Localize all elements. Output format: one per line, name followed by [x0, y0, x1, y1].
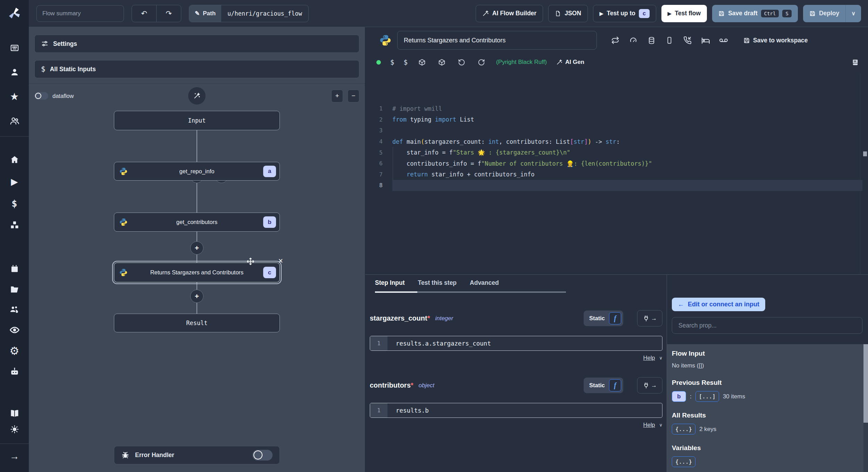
expand-sidebar-arrow-icon[interactable]: → — [10, 452, 19, 461]
editor-scrollbar-thumb[interactable] — [863, 151, 867, 156]
connect-scrollbar-thumb[interactable] — [863, 344, 868, 423]
settings-gear-icon[interactable]: ⚙ — [10, 346, 19, 356]
groups-icon[interactable] — [10, 116, 19, 126]
code-line: 4def main(stargazers_count: int, contrib… — [365, 136, 868, 147]
step-badge-c: c — [639, 9, 650, 18]
deploy-button[interactable]: Deploy — [803, 5, 845, 22]
timeout-icon[interactable] — [664, 35, 675, 45]
tab-step-input[interactable]: Step Input — [375, 279, 405, 293]
chevron-down-icon[interactable]: ∨ — [659, 422, 662, 428]
reload-rotate-cw-icon[interactable] — [476, 57, 487, 67]
test-up-to-button[interactable]: ▶ Test up to c — [593, 5, 656, 22]
cache-database-icon[interactable] — [646, 35, 657, 45]
apps-grid-icon[interactable] — [10, 43, 19, 53]
save-draft-label: Save draft — [728, 10, 758, 17]
docs-book-icon[interactable] — [10, 408, 19, 418]
ai-wand-button[interactable] — [188, 87, 206, 105]
windmill-logo[interactable] — [7, 6, 22, 20]
flow-node-input[interactable]: Input — [114, 111, 280, 130]
flow-settings-button[interactable]: Settings — [34, 35, 359, 53]
delete-step-button[interactable]: × — [278, 256, 283, 266]
code-token: ( — [421, 138, 424, 145]
edit-or-connect-button[interactable]: ← Edit or connect an input — [672, 298, 765, 311]
wand-icon — [482, 10, 489, 17]
connect-input-button[interactable]: → — [637, 310, 662, 326]
dataflow-toggle[interactable] — [34, 92, 48, 100]
flow-node-step-b[interactable]: get_contributors b — [114, 213, 280, 232]
test-flow-button[interactable]: ▶ Test flow — [661, 5, 707, 22]
package-icon[interactable] — [437, 57, 447, 67]
audit-eye-icon[interactable] — [9, 325, 20, 335]
undo-button[interactable]: ↶ — [132, 5, 156, 22]
robot-ai-icon[interactable] — [9, 367, 19, 377]
ai-gen-button[interactable]: AI Gen — [556, 59, 584, 66]
help-link[interactable]: Help — [643, 355, 655, 361]
suspend-phone-icon[interactable] — [682, 35, 693, 45]
graph-zoom-controls: + − — [331, 90, 359, 102]
resource-picker-icon[interactable]: $ — [403, 58, 407, 66]
favorites-star-icon[interactable]: ★ — [10, 92, 19, 102]
field-type: object — [419, 382, 434, 389]
flow-node-result[interactable]: Result — [114, 314, 280, 332]
sliders-icon — [41, 40, 49, 48]
package-icon[interactable] — [417, 57, 427, 67]
error-handler-toggle[interactable] — [252, 450, 273, 461]
expr-input-stargazers[interactable]: 1 results.a.stargazers_count — [370, 336, 662, 351]
save-draft-button[interactable]: Save draft Ctrl S — [712, 5, 798, 22]
code-line: 8 — [365, 180, 868, 191]
docs-book-icon[interactable] — [852, 59, 859, 66]
javascript-expr-button[interactable]: f — [609, 379, 621, 391]
variable-picker-icon[interactable]: $ — [390, 58, 394, 66]
reset-rotate-ccw-icon[interactable] — [457, 57, 467, 67]
flow-node-step-a[interactable]: get_repo_info a — [114, 162, 280, 181]
add-step-button[interactable]: + — [190, 241, 203, 255]
redo-button[interactable]: ↷ — [157, 5, 181, 22]
search-prop-input[interactable] — [672, 317, 862, 334]
json-button[interactable]: JSON — [548, 5, 588, 22]
object-value-badge[interactable]: {...} — [672, 456, 695, 467]
theme-sun-icon[interactable] — [10, 425, 19, 434]
sleep-bed-icon[interactable] — [700, 35, 711, 45]
connect-input-button[interactable]: → — [637, 377, 662, 394]
error-handler-node[interactable]: Error Handler — [114, 446, 280, 464]
path-control[interactable]: ✎Path u/henri/gracious_flow — [189, 5, 309, 22]
static-mode-label: Static — [589, 315, 605, 322]
zoom-in-button[interactable]: + — [331, 90, 343, 102]
chevron-down-icon[interactable]: ∨ — [659, 355, 662, 361]
move-step-handle[interactable] — [247, 257, 254, 265]
code-editor[interactable]: 1# import wmill2from typing import List3… — [365, 101, 868, 274]
tab-test-this-step[interactable]: Test this step — [418, 279, 457, 293]
flow-node-step-c-selected[interactable]: Returns Stargazers and Contributors c × — [114, 263, 280, 282]
all-static-inputs-button[interactable]: $ All Static Inputs — [34, 60, 359, 78]
user-icon[interactable] — [10, 68, 19, 77]
tab-advanced[interactable]: Advanced — [470, 279, 499, 293]
expr-input-contributors[interactable]: 1 results.b — [370, 403, 662, 418]
wand-icon — [556, 59, 562, 65]
folders-icon[interactable] — [10, 284, 19, 294]
item-count: 30 items — [723, 393, 745, 400]
code-line: 7 return star_info + contributors_info — [365, 169, 868, 180]
javascript-expr-button[interactable]: f — [609, 312, 621, 324]
mock-voicemail-icon[interactable] — [718, 35, 729, 45]
save-to-workspace-button[interactable]: Save to workspace — [743, 37, 808, 44]
resources-cubes-icon[interactable] — [10, 220, 19, 230]
zoom-out-button[interactable]: − — [348, 90, 359, 102]
variables-dollar-icon[interactable]: $ — [11, 199, 17, 208]
workers-group-icon[interactable] — [9, 305, 19, 315]
code-token: typing — [407, 116, 435, 123]
step-title-input[interactable] — [397, 31, 597, 50]
step-key-badge[interactable]: b — [672, 391, 686, 402]
retry-icon[interactable] — [610, 35, 620, 45]
array-value-badge[interactable]: [...] — [695, 391, 719, 402]
ai-flow-builder-button[interactable]: AI Flow Builder — [476, 5, 543, 22]
deploy-more-button[interactable]: ∨ — [845, 5, 861, 22]
flow-summary-input[interactable] — [36, 5, 124, 22]
runs-play-icon[interactable]: ▶ — [11, 177, 18, 186]
home-icon[interactable] — [10, 155, 19, 165]
schedules-calendar-icon[interactable] — [10, 264, 19, 273]
concurrency-gauge-icon[interactable] — [628, 35, 639, 45]
code-token: [ — [570, 138, 574, 145]
help-link[interactable]: Help — [643, 422, 655, 428]
add-step-button[interactable]: + — [190, 290, 203, 303]
object-value-badge[interactable]: {...} — [672, 424, 695, 434]
